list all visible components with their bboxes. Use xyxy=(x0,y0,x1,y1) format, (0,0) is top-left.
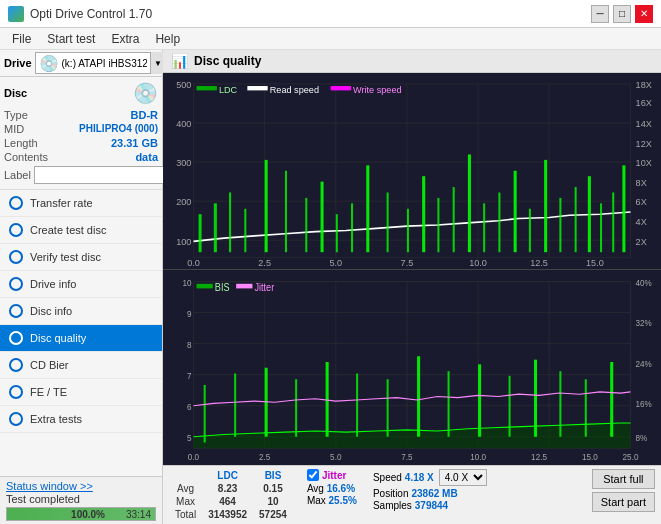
svg-rect-35 xyxy=(199,214,202,252)
jitter-avg-label: Avg xyxy=(307,483,327,494)
chart-speed-select[interactable]: 4.0 X 2.0 X 8.0 X xyxy=(439,469,487,486)
sidebar-item-verify-test-disc[interactable]: Verify test disc xyxy=(0,244,162,271)
sidebar-item-extra-tests[interactable]: Extra tests xyxy=(0,406,162,433)
svg-rect-63 xyxy=(197,86,217,90)
menu-file[interactable]: File xyxy=(4,30,39,48)
svg-rect-42 xyxy=(321,182,324,253)
svg-text:9: 9 xyxy=(187,308,192,319)
stats-col-bis: BIS xyxy=(253,469,293,482)
svg-text:400: 400 xyxy=(176,118,191,129)
svg-text:14X: 14X xyxy=(636,118,653,129)
maximize-button[interactable]: □ xyxy=(613,5,631,23)
svg-rect-43 xyxy=(336,214,338,252)
disc-contents-label: Contents xyxy=(4,151,48,163)
nav-drive-info-label: Drive info xyxy=(30,278,76,290)
svg-text:0.0: 0.0 xyxy=(188,451,199,462)
svg-text:12X: 12X xyxy=(636,138,653,149)
menu-extra[interactable]: Extra xyxy=(103,30,147,48)
svg-text:16%: 16% xyxy=(636,398,653,409)
sidebar-item-disc-info[interactable]: Disc info xyxy=(0,298,162,325)
samples-value: 379844 xyxy=(415,500,448,511)
chart-icon: 📊 xyxy=(171,53,188,69)
svg-text:2X: 2X xyxy=(636,235,648,246)
svg-rect-107 xyxy=(295,379,297,437)
svg-text:6: 6 xyxy=(187,401,192,412)
svg-rect-50 xyxy=(453,187,455,252)
svg-rect-0 xyxy=(163,73,661,269)
disc-label-input[interactable] xyxy=(34,166,167,184)
svg-rect-55 xyxy=(529,209,531,252)
action-buttons: Start full Start part xyxy=(592,469,655,512)
stats-total-ldc: 3143952 xyxy=(202,508,253,521)
nav-create-test-disc-label: Create test disc xyxy=(30,224,106,236)
svg-rect-51 xyxy=(468,154,471,252)
svg-rect-116 xyxy=(559,371,561,437)
disc-section: Disc 💿 Type BD-R MID PHILIPRO4 (000) Len… xyxy=(0,77,162,190)
svg-text:40%: 40% xyxy=(636,277,653,288)
sidebar-item-drive-info[interactable]: Drive info xyxy=(0,271,162,298)
svg-rect-61 xyxy=(612,192,614,252)
start-part-button[interactable]: Start part xyxy=(592,492,655,512)
svg-text:8X: 8X xyxy=(636,177,648,188)
menu-help[interactable]: Help xyxy=(147,30,188,48)
disc-graphic-icon: 💿 xyxy=(133,81,158,105)
svg-text:8: 8 xyxy=(187,339,192,350)
speed-info-section: Speed 4.18 X 4.0 X 2.0 X 8.0 X Position … xyxy=(373,469,487,511)
chart-title: Disc quality xyxy=(194,54,261,68)
svg-text:4X: 4X xyxy=(636,216,648,227)
sidebar-item-create-test-disc[interactable]: Create test disc xyxy=(0,217,162,244)
nav-cd-bier-label: CD Bier xyxy=(30,359,69,371)
svg-rect-110 xyxy=(387,379,389,437)
svg-text:Read speed: Read speed xyxy=(270,83,319,94)
drive-combo-box[interactable]: 💿 (k:) ATAPI iHBS312 2 PL17 ▼ xyxy=(35,52,170,74)
svg-rect-118 xyxy=(610,362,613,437)
minimize-button[interactable]: ─ xyxy=(591,5,609,23)
svg-rect-58 xyxy=(575,187,577,252)
nav-transfer-rate-label: Transfer rate xyxy=(30,197,93,209)
title-bar: Opti Drive Control 1.70 ─ □ ✕ xyxy=(0,0,661,28)
svg-text:18X: 18X xyxy=(636,79,653,90)
drive-label: Drive xyxy=(4,57,32,69)
stats-max-ldc: 464 xyxy=(202,495,253,508)
top-chart-svg: 500 400 300 200 100 18X 16X 14X 12X 10X … xyxy=(163,73,661,269)
svg-text:200: 200 xyxy=(176,196,191,207)
start-full-button[interactable]: Start full xyxy=(592,469,655,489)
progress-bar: 100.0% 33:14 xyxy=(6,507,156,521)
svg-text:15.0: 15.0 xyxy=(586,257,604,268)
stats-total-bis: 57254 xyxy=(253,508,293,521)
svg-rect-111 xyxy=(417,356,420,437)
left-panel: Drive 💿 (k:) ATAPI iHBS312 2 PL17 ▼ ⏏ Sp… xyxy=(0,50,163,524)
svg-text:32%: 32% xyxy=(636,317,653,328)
disc-title: Disc xyxy=(4,87,27,99)
nav-disc-quality-label: Disc quality xyxy=(30,332,86,344)
disc-mid-label: MID xyxy=(4,123,24,135)
svg-text:Write speed: Write speed xyxy=(353,83,402,94)
svg-text:16X: 16X xyxy=(636,96,653,107)
svg-text:BIS: BIS xyxy=(215,281,230,293)
stats-avg-bis: 0.15 xyxy=(253,482,293,495)
sidebar-item-fe-te[interactable]: FE / TE xyxy=(0,379,162,406)
svg-text:300: 300 xyxy=(176,157,191,168)
jitter-avg-value: 16.6% xyxy=(327,483,355,494)
svg-text:2.5: 2.5 xyxy=(258,257,271,268)
svg-rect-114 xyxy=(509,375,511,436)
close-button[interactable]: ✕ xyxy=(635,5,653,23)
sidebar-item-cd-bier[interactable]: CD Bier xyxy=(0,352,162,379)
svg-text:10: 10 xyxy=(182,277,191,288)
status-window-button[interactable]: Status window >> xyxy=(6,480,156,492)
svg-text:0.0: 0.0 xyxy=(187,257,200,268)
bottom-chart-svg: 10 9 8 7 6 5 40% 32% 24% 16% 8% 0.0 xyxy=(163,270,661,466)
menu-start-test[interactable]: Start test xyxy=(39,30,103,48)
svg-rect-109 xyxy=(356,373,358,436)
svg-rect-57 xyxy=(559,198,561,252)
menu-bar: File Start test Extra Help xyxy=(0,28,661,50)
sidebar-item-transfer-rate[interactable]: Transfer rate xyxy=(0,190,162,217)
position-label: Position xyxy=(373,488,409,499)
svg-text:7.5: 7.5 xyxy=(401,451,412,462)
sidebar-item-disc-quality[interactable]: Disc quality xyxy=(0,325,162,352)
svg-text:7.5: 7.5 xyxy=(401,257,414,268)
right-panel: 📊 Disc quality xyxy=(163,50,661,524)
svg-text:15.0: 15.0 xyxy=(582,451,598,462)
jitter-checkbox[interactable] xyxy=(307,469,319,481)
jitter-section: Jitter Avg 16.6% Max 25.5% xyxy=(307,469,357,506)
